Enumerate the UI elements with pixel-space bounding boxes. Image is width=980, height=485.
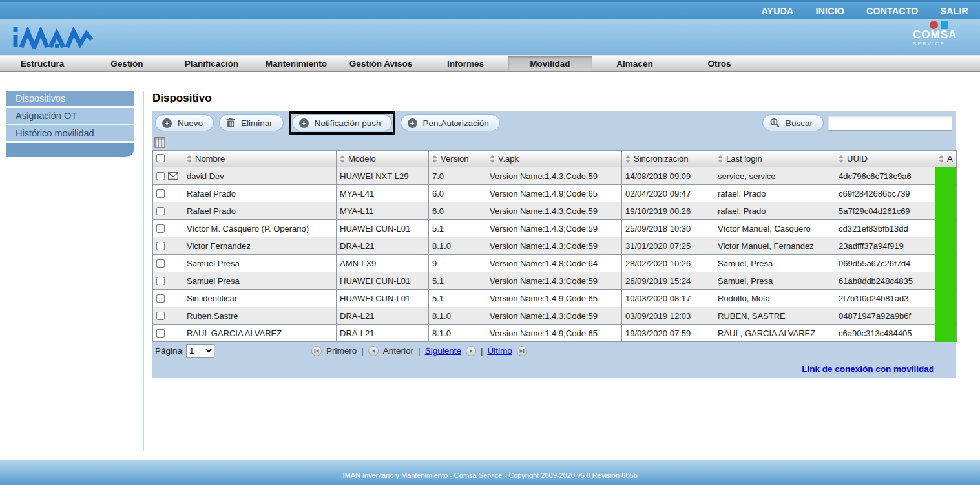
trash-icon <box>226 118 235 128</box>
sidebar-item-dispositivos[interactable]: Dispositivos <box>6 91 134 106</box>
top-links-bar: AYUDAINICIOCONTACTOSALIR <box>0 0 980 19</box>
status-cell <box>935 167 957 185</box>
table-row: Samuel PresaAMN-LX99Version Name:1.4.8;C… <box>153 255 957 272</box>
tab-estructura[interactable]: Estructura <box>0 56 85 71</box>
row-checkbox[interactable] <box>156 172 165 180</box>
column-header-uuid[interactable]: UUID <box>835 151 935 167</box>
search-input[interactable] <box>828 116 952 131</box>
cell-uuid: 2f7b1f0d24b81ad3 <box>835 290 935 307</box>
cell-modelo: HUAWEI NXT-L29 <box>337 167 429 185</box>
sort-icon[interactable] <box>340 155 345 163</box>
tab-gestión-avisos[interactable]: Gestión Avisos <box>339 56 423 71</box>
column-label: A <box>947 154 953 164</box>
tab-almacén[interactable]: Almacén <box>592 56 677 71</box>
top-link-inicio[interactable]: INICIO <box>815 6 844 16</box>
tab-informes[interactable]: Informes <box>423 56 508 71</box>
search-button[interactable]: Buscar <box>762 114 824 131</box>
cell-version: 9 <box>429 255 486 272</box>
row-checkbox[interactable] <box>156 329 165 338</box>
tab-movilidad[interactable]: Movilidad <box>508 56 592 71</box>
table-row: Victor FernandezDRA-L218.1.0Version Name… <box>153 237 957 255</box>
sidebar-item-asignación-ot[interactable]: Asignación OT <box>6 108 134 124</box>
row-checkbox[interactable] <box>156 242 165 250</box>
notificación-push-button[interactable]: +Notificación push <box>292 114 392 131</box>
top-link-ayuda[interactable]: AYUDA <box>761 6 793 16</box>
sort-icon[interactable] <box>718 155 723 163</box>
cell-vapk: Version Name:1.4.9;Code:65 <box>486 185 622 202</box>
row-checkbox[interactable] <box>156 224 165 233</box>
column-header-version[interactable]: Version <box>429 151 486 167</box>
cell-uuid: 5a7f29c04d261c69 <box>835 202 935 220</box>
tab-mantenimiento[interactable]: Mantenimiento <box>254 56 339 71</box>
row-checkbox[interactable] <box>156 312 165 320</box>
cell-uuid: c6a90c313c484405 <box>835 325 935 342</box>
next-page-link[interactable]: Siguiente <box>425 346 461 356</box>
top-link-contacto[interactable]: CONTACTO <box>866 6 918 16</box>
row-checkbox[interactable] <box>156 189 165 198</box>
row-select-cell <box>153 290 183 307</box>
first-page-icon[interactable] <box>311 346 322 356</box>
movilidad-connection-link[interactable]: Link de conexión con movilidad <box>802 364 934 374</box>
top-link-salir[interactable]: SALIR <box>941 6 969 16</box>
cell-nombre: Rafael Prado <box>183 185 337 202</box>
status-cell <box>935 237 957 255</box>
cell-modelo: DRA-L21 <box>337 237 429 255</box>
tab-planificación[interactable]: Planificación <box>169 56 254 71</box>
column-header-modelo[interactable]: Modelo <box>337 151 429 167</box>
sort-icon[interactable] <box>432 155 437 163</box>
row-checkbox[interactable] <box>156 207 165 215</box>
button-label: Pen.Autorización <box>423 118 489 128</box>
column-header-nombre[interactable]: Nombre <box>183 151 337 167</box>
sort-icon[interactable] <box>187 155 192 163</box>
prev-page-label: Anterior <box>383 346 413 356</box>
last-page-link[interactable]: Último <box>487 346 512 356</box>
sidebar-item-histórico-movilidad[interactable]: Histórico movilidad <box>6 125 134 141</box>
cell-sincronizacion: 28/02/2020 10:26 <box>622 255 714 272</box>
tab-gestión[interactable]: Gestión <box>85 56 169 71</box>
cell-version: 5.1 <box>429 272 486 290</box>
select-all-checkbox[interactable] <box>156 154 165 162</box>
prev-page-icon[interactable] <box>368 346 379 356</box>
pen-autorización-button[interactable]: +Pen.Autorización <box>401 114 500 131</box>
first-page-label: Primero <box>326 346 357 356</box>
sort-icon[interactable] <box>490 155 495 163</box>
last-page-icon[interactable] <box>517 346 527 356</box>
toolbar: +NuevoEliminar+Notificación push+Pen.Aut… <box>152 111 956 135</box>
row-checkbox[interactable] <box>156 277 165 285</box>
cell-version: 6.0 <box>429 202 486 220</box>
cell-nombre: Samuel Presa <box>183 255 337 272</box>
tab-otros[interactable]: Otros <box>677 56 762 71</box>
cell-uuid: 069d55a67c26f7d4 <box>835 255 935 272</box>
column-header-a[interactable]: A <box>935 151 957 167</box>
status-cell <box>935 290 957 307</box>
row-select-cell <box>153 307 183 325</box>
row-select-cell <box>153 255 183 272</box>
table-row: Samuel PresaHUAWEI CUN-L015.1Version Nam… <box>153 272 957 290</box>
next-page-icon[interactable] <box>466 346 476 356</box>
cell-vapk: Version Name:1.4.3;Code:59 <box>486 237 622 255</box>
column-header-sincronizaci-n[interactable]: Sincronización <box>622 151 714 167</box>
cell-nombre: RAUL GARCIA ALVAREZ <box>183 325 337 342</box>
column-settings-icon[interactable] <box>154 137 165 148</box>
row-select-cell <box>153 167 183 185</box>
cell-nombre: Víctor M. Casquero (P. Operario) <box>183 220 337 237</box>
cell-nombre: Samuel Presa <box>183 272 337 290</box>
row-checkbox[interactable] <box>156 294 165 303</box>
cell-modelo: MYA-L41 <box>337 185 429 202</box>
eliminar-button[interactable]: Eliminar <box>219 114 284 131</box>
cell-last-login: rafael, Prado <box>714 185 835 202</box>
comsa-name: COMSA <box>913 29 971 41</box>
sort-icon[interactable] <box>839 155 844 163</box>
separator: | <box>481 346 483 356</box>
column-header-last-login[interactable]: Last login <box>714 151 835 167</box>
sort-icon[interactable] <box>625 155 631 163</box>
column-header-v-apk[interactable]: V.apk <box>486 151 622 167</box>
cell-version: 6.0 <box>429 185 486 202</box>
page-select[interactable]: 1 <box>186 344 214 358</box>
cell-version: 8.1.0 <box>429 237 486 255</box>
page-title: Dispositivo <box>152 91 956 111</box>
cell-sincronizacion: 10/03/2020 08:17 <box>622 290 714 307</box>
row-checkbox[interactable] <box>156 259 165 268</box>
nuevo-button[interactable]: +Nuevo <box>155 114 214 131</box>
sort-icon[interactable] <box>939 155 944 163</box>
